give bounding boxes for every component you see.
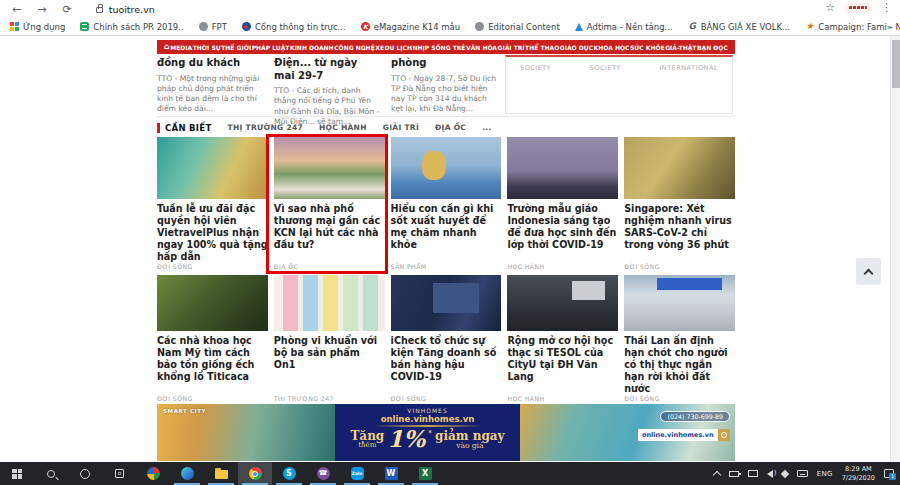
nav-item-media[interactable]: MEDIA — [170, 44, 192, 51]
banner-search-box[interactable]: online.vinhomes.vn — [638, 429, 730, 441]
notification-icon[interactable]: 1 — [884, 469, 894, 478]
zalo-button[interactable]: Zalo — [340, 462, 374, 485]
file-explorer-button[interactable] — [204, 462, 238, 485]
nav-item-the-gioi[interactable]: THẾ GIỚI — [221, 44, 251, 51]
bookmark-item[interactable]: Chính sách PR 2019.. — [80, 22, 183, 32]
nav-item-nhip-song-tre[interactable]: NHỊP SỐNG TRẺ — [412, 44, 465, 51]
article-card[interactable]: Trường mẫu giáo Indonesia sáng tạo để đư… — [507, 137, 618, 272]
banner-right-image: (024) 730-699-89 online.vinhomes.vn — [520, 404, 735, 461]
pinned-app-button[interactable] — [136, 462, 170, 485]
back-icon[interactable]: ← — [12, 4, 21, 15]
widget-link[interactable]: SOCIETY — [590, 64, 621, 113]
start-button[interactable] — [0, 462, 34, 485]
article-title: Thái Lan ấn định hạn chót cho người có t… — [624, 335, 735, 395]
nav-item-suc-khoe[interactable]: SỨC KHỎE — [630, 44, 665, 51]
teaser-title[interactable]: phòng — [391, 57, 497, 70]
chevron-up-icon — [864, 268, 874, 278]
article-card[interactable]: Phòng vi khuẩn với bộ ba sản phẩm On1 TH… — [274, 275, 385, 404]
article-card[interactable]: Hiểu con cần gì khi sốt xuất huyết để mẹ… — [391, 137, 502, 272]
chrome-button[interactable] — [238, 462, 272, 485]
file-explorer-icon — [215, 470, 228, 479]
tray-app-icon[interactable] — [780, 469, 788, 477]
url-text[interactable]: tuoitre.vn — [109, 4, 155, 15]
back-to-top-button[interactable] — [856, 258, 881, 285]
tab-hoc-hanh[interactable]: HỌC HÀNH — [319, 123, 367, 132]
nav-item-thoi-su[interactable]: THỜI SỰ — [193, 44, 221, 51]
offer-word: giảm ngay — [435, 430, 504, 442]
tab-more[interactable]: ... — [482, 123, 491, 132]
tray-chevron-icon[interactable] — [712, 470, 720, 478]
offer-asterisk: * — [428, 429, 432, 438]
article-card[interactable]: Singapore: Xét nghiệm nhanh virus SARS-C… — [624, 137, 735, 272]
article-card[interactable]: Rộng mở cơ hội học thạc sĩ TESOL của Cit… — [507, 275, 618, 404]
widget-link[interactable]: INTERNATIONAL — [659, 64, 718, 113]
sheets-icon — [80, 22, 89, 31]
bookmark-item[interactable]: GBẢNG GIÁ XE VOLK... — [688, 22, 791, 32]
nav-item-van-hoa[interactable]: VĂN HÓA — [466, 44, 497, 51]
tab-giai-tri[interactable]: GIẢI TRÍ — [383, 123, 419, 132]
bookmark-item[interactable]: Adtima - Nền tảng... — [575, 22, 673, 32]
edge-button[interactable] — [170, 462, 204, 485]
bookmark-item[interactable]: Cổng thông tin trực... — [242, 22, 346, 32]
teaser-desc: TTO - Ngày 28-7, Sở Du lịch TP Đà Nẵng c… — [391, 74, 497, 115]
teaser-title[interactable]: đồng du khách — [157, 57, 263, 70]
word-button[interactable]: W — [374, 462, 408, 485]
nav-item-ban-doc[interactable]: BẠN ĐỌC — [697, 44, 728, 51]
nav-item-the-thao[interactable]: THỂ THAO — [525, 44, 559, 51]
banner-phone: (024) 730-699-89 — [660, 411, 730, 422]
bookmark-item[interactable]: Ứng dụng — [10, 22, 65, 32]
tab-can-biet[interactable]: CẦN BIẾT — [157, 123, 212, 133]
nav-item-khoa-hoc[interactable]: KHOA HỌC — [594, 44, 630, 51]
nav-item-giao-duc[interactable]: GIÁO DỤC — [560, 44, 593, 51]
article-card[interactable]: Vì sao nhà phố thương mại gần các KCN lạ… — [274, 137, 385, 272]
widget-link[interactable]: SOCIETY — [520, 64, 551, 113]
nav-item-giai-tri[interactable]: GIẢI TRÍ — [498, 44, 525, 51]
skype-button[interactable]: S — [272, 462, 306, 485]
reload-icon[interactable]: ⟳ — [62, 4, 71, 15]
nav-item-kinh-doanh[interactable]: KINH DOANH — [290, 44, 334, 51]
address-bar: ← → ⟳ tuoitre.vn ☆ ⋮ — [0, 0, 900, 18]
network-icon[interactable] — [748, 470, 758, 477]
language-indicator[interactable]: ENG — [817, 470, 833, 478]
article-card[interactable]: Tuần lễ ưu đãi đặc quyền hội viên Vietra… — [157, 137, 268, 272]
bookmark-star-icon[interactable]: ☆ — [825, 1, 835, 14]
g-doc-icon: G — [688, 22, 697, 31]
nav-item-du-lich[interactable]: DU LỊCH — [385, 44, 412, 51]
bookmark-item[interactable]: Editorial Content — [475, 22, 560, 32]
profile-chip[interactable] — [844, 3, 872, 13]
article-card[interactable]: iCheck tổ chức sự kiện Tăng doanh số bán… — [391, 275, 502, 404]
battery-icon[interactable] — [729, 471, 739, 477]
article-title: Tuần lễ ưu đãi đặc quyền hội viên Vietra… — [157, 203, 268, 263]
teaser-title[interactable]: Điện... từ ngày mai 29-7 — [274, 57, 380, 82]
taskbar-search-button[interactable] — [34, 462, 68, 485]
excel-button[interactable]: X — [408, 462, 442, 485]
scrollbar-thumb[interactable] — [892, 40, 900, 88]
bookmark-label: Chính sách PR 2019.. — [93, 22, 183, 32]
clock[interactable]: 8:29 AM 7/29/2020 — [842, 465, 875, 481]
banner-ad[interactable]: SMART CITY VINHOMES online.vinhomes.vn T… — [157, 404, 735, 461]
bookmark-label: BẢNG GIÁ XE VOLK... — [701, 22, 791, 32]
volume-icon[interactable] — [767, 470, 773, 478]
tab-thi-truong-247[interactable]: THỊ TRƯỜNG 247 — [228, 123, 303, 132]
home-icon[interactable]: ⌂ — [164, 42, 170, 51]
edge-icon — [181, 467, 194, 480]
nav-item-gia-that[interactable]: GIẢ-THẬT — [665, 44, 696, 51]
tab-dia-oc[interactable]: ĐỊA ỐC — [435, 123, 466, 132]
article-card[interactable]: Các nhà khoa học Nam Mỹ tìm cách bảo tồn… — [157, 275, 268, 404]
task-view-button[interactable] — [102, 462, 136, 485]
nav-item-phap-luat[interactable]: PHÁP LUẬT — [252, 44, 290, 51]
article-title: Hiểu con cần gì khi sốt xuất huyết để mẹ… — [391, 203, 502, 251]
touch-keyboard-icon[interactable] — [797, 470, 808, 477]
cortana-button[interactable] — [68, 462, 102, 485]
viber-button[interactable]: ☎ — [306, 462, 340, 485]
forward-icon[interactable]: → — [37, 4, 46, 15]
article-card[interactable]: Thái Lan ấn định hạn chót cho người có t… — [624, 275, 735, 404]
bookmarks-overflow-icon[interactable]: » — [886, 22, 892, 32]
scrollbar-track[interactable] — [890, 36, 900, 462]
bookmark-item[interactable]: FPT — [199, 22, 227, 32]
browser-menu-icon[interactable]: ⋮ — [881, 1, 892, 14]
bookmark-label: eMagazine K14 mẫu — [374, 22, 461, 32]
nav-item-cong-nghe[interactable]: CÔNG NGHỆ — [334, 44, 375, 51]
nav-item-xe[interactable]: XE — [375, 44, 384, 51]
bookmark-item[interactable]: KeMagazine K14 mẫu — [361, 22, 461, 32]
